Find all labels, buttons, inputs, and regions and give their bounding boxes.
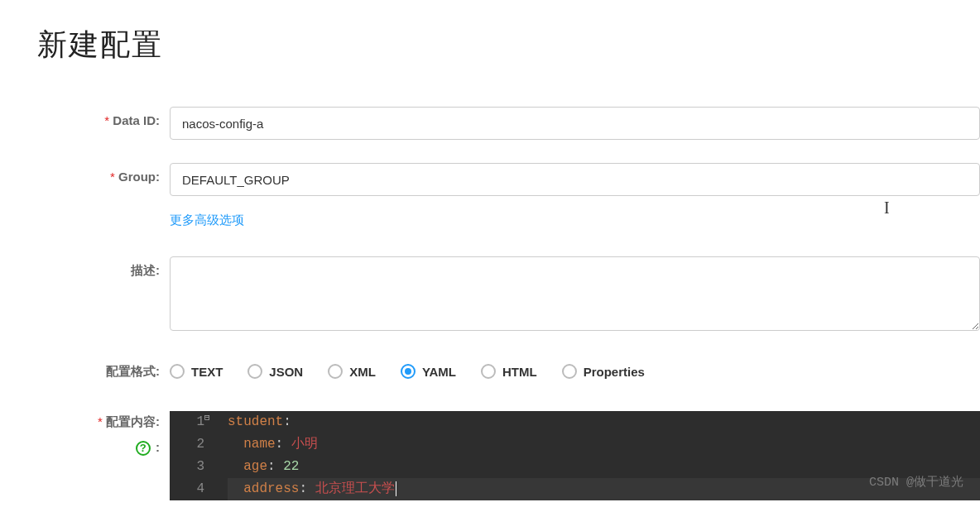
code-line[interactable]: address: 北京理工大学 <box>228 478 980 500</box>
radio-icon <box>247 364 262 379</box>
radio-label: TEXT <box>191 365 223 379</box>
label-group: Group: <box>37 163 170 184</box>
label-content: 配置内容: <box>37 411 170 430</box>
content-code-editor[interactable]: 1234 ⊟ student: name: 小明 age: 22 address… <box>170 411 980 500</box>
description-input[interactable] <box>170 256 980 331</box>
advanced-options-link[interactable]: 更多高级选项 <box>170 213 244 228</box>
data-id-input[interactable] <box>170 107 980 140</box>
format-radio-xml[interactable]: XML <box>328 364 376 379</box>
radio-label: HTML <box>502 365 537 379</box>
format-radio-group: TEXTJSONXMLYAMLHTMLProperties <box>170 359 980 379</box>
code-line[interactable]: name: 小明 <box>228 433 980 456</box>
radio-label: YAML <box>422 365 456 379</box>
radio-label: JSON <box>269 365 303 379</box>
label-description: 描述: <box>37 256 170 279</box>
radio-icon <box>481 364 496 379</box>
help-icon[interactable]: ? <box>136 441 151 456</box>
format-radio-json[interactable]: JSON <box>247 364 303 379</box>
code-line[interactable]: age: 22 <box>228 456 980 478</box>
fold-icon[interactable]: ⊟ <box>204 414 213 422</box>
help-colon: : <box>152 440 160 454</box>
format-radio-text[interactable]: TEXT <box>170 364 223 379</box>
group-input[interactable] <box>170 163 980 196</box>
page-title: 新建配置 <box>37 25 980 65</box>
format-radio-properties[interactable]: Properties <box>562 364 645 379</box>
radio-icon <box>170 364 185 379</box>
label-data-id: Data ID: <box>37 107 170 127</box>
format-radio-html[interactable]: HTML <box>481 364 537 379</box>
radio-label: XML <box>349 365 376 379</box>
radio-icon <box>328 364 343 379</box>
code-line[interactable]: student: <box>228 411 980 433</box>
format-radio-yaml[interactable]: YAML <box>401 364 456 379</box>
label-format: 配置格式: <box>37 359 170 380</box>
radio-label: Properties <box>584 365 645 379</box>
radio-icon <box>401 364 416 379</box>
radio-icon <box>562 364 577 379</box>
